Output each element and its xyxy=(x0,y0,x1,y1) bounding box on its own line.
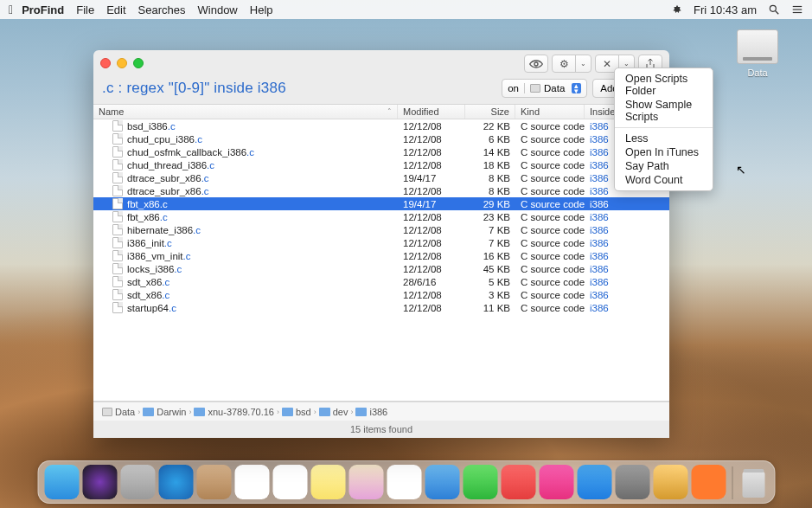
dock-music[interactable] xyxy=(539,465,573,499)
table-row[interactable]: chud_thread_i386.c12/12/0818 KBC source … xyxy=(93,158,669,171)
breadcrumb-label: i386 xyxy=(369,407,387,417)
file-kind: C source code xyxy=(515,199,585,209)
folder-icon xyxy=(355,408,367,416)
file-size: 5 KB xyxy=(465,277,515,287)
dock-launchpad[interactable] xyxy=(120,465,155,499)
dock-safari[interactable] xyxy=(158,465,193,499)
search-query[interactable]: .c : regex "[0-9]" inside i386 xyxy=(102,80,496,97)
col-name[interactable]: Name˄ xyxy=(93,105,398,119)
table-row[interactable]: sdt_x86.c12/12/083 KBC source codei386 xyxy=(93,288,669,301)
file-icon xyxy=(112,276,123,287)
profind-menubar-icon[interactable] xyxy=(670,3,683,16)
dock-calendar[interactable] xyxy=(234,465,269,499)
scope-selector[interactable]: on Data▴▾ xyxy=(502,79,587,98)
menu-searches[interactable]: Searches xyxy=(138,3,186,16)
control-center-icon[interactable] xyxy=(790,3,803,16)
dock-maps[interactable] xyxy=(348,465,383,499)
folder-icon xyxy=(194,408,205,416)
col-size[interactable]: Size xyxy=(465,105,515,119)
menu-edit[interactable]: Edit xyxy=(106,3,125,16)
breadcrumb-label: bsd xyxy=(296,407,311,417)
dock-appstore[interactable] xyxy=(577,465,611,499)
dock-binoculars[interactable] xyxy=(691,465,726,499)
dock-finder[interactable] xyxy=(44,465,79,499)
file-icon xyxy=(112,159,123,170)
dock-siri[interactable] xyxy=(82,465,117,499)
menu-say-path[interactable]: Say Path xyxy=(615,159,713,173)
table-row[interactable]: bsd_i386.c12/12/0822 KBC source codei386 xyxy=(93,119,669,132)
file-name: startup64.c xyxy=(127,303,176,313)
minimize-button[interactable] xyxy=(117,58,127,68)
breadcrumb-item[interactable]: Darwin xyxy=(143,407,186,417)
table-row[interactable]: sdt_x86.c28/6/165 KBC source codei386 xyxy=(93,275,669,288)
table-row[interactable]: i386_vm_init.c12/12/0816 KBC source code… xyxy=(93,249,669,262)
dock-contacts[interactable] xyxy=(196,465,231,499)
svg-point-0 xyxy=(770,5,776,11)
file-modified: 12/12/08 xyxy=(398,251,465,261)
breadcrumb-item[interactable]: xnu-3789.70.16 xyxy=(194,407,273,417)
file-icon xyxy=(112,133,123,145)
table-row[interactable]: hibernate_i386.c12/12/087 KBC source cod… xyxy=(93,223,669,236)
apple-menu-icon[interactable]:  xyxy=(9,3,13,16)
file-name: sdt_x86.c xyxy=(127,290,169,300)
menu-help[interactable]: Help xyxy=(250,3,273,16)
spotlight-icon[interactable] xyxy=(767,3,780,16)
file-icon xyxy=(112,120,123,132)
menu-word-count[interactable]: Word Count xyxy=(615,173,713,187)
dock-preferences[interactable] xyxy=(615,465,649,499)
dock-photos[interactable] xyxy=(387,465,421,499)
menu-open-in-itunes[interactable]: Open In iTunes xyxy=(615,145,713,159)
gear-button[interactable]: ⚙︎ xyxy=(552,55,576,73)
close-button[interactable] xyxy=(100,58,111,68)
file-modified: 28/6/16 xyxy=(398,277,465,287)
desktop-drive[interactable]: Data xyxy=(731,29,784,78)
table-row[interactable]: i386_init.c12/12/087 KBC source codei386 xyxy=(93,236,669,249)
menu-less[interactable]: Less xyxy=(615,132,713,145)
menu-open-scripts-folder[interactable]: Open Scripts Folder xyxy=(615,72,713,98)
col-modified[interactable]: Modified xyxy=(398,105,465,119)
table-row[interactable]: fbt_x86.c12/12/0823 KBC source codei386 xyxy=(93,210,669,223)
gear-dropdown[interactable]: ⌄ xyxy=(575,55,591,73)
dock-profind[interactable] xyxy=(653,465,687,499)
breadcrumb-item[interactable]: dev xyxy=(319,407,348,417)
menu-window[interactable]: Window xyxy=(198,3,238,16)
table-row[interactable]: dtrace_subr_x86.c19/4/178 KBC source cod… xyxy=(93,171,669,184)
breadcrumb-item[interactable]: i386 xyxy=(355,407,387,417)
chevron-right-icon: › xyxy=(189,408,191,416)
zoom-button[interactable] xyxy=(133,58,144,68)
status-bar: 15 items found xyxy=(93,421,669,438)
menu-show-sample-scripts[interactable]: Show Sample Scripts xyxy=(615,98,713,124)
table-row[interactable]: chud_osfmk_callback_i386.c12/12/0814 KBC… xyxy=(93,145,669,158)
file-modified: 12/12/08 xyxy=(398,225,465,235)
file-name: chud_cpu_i386.c xyxy=(127,134,202,145)
dock-trash[interactable] xyxy=(738,466,768,499)
file-modified: 12/12/08 xyxy=(398,160,465,170)
clock[interactable]: Fri 10:43 am xyxy=(694,3,757,16)
file-modified: 12/12/08 xyxy=(398,134,465,145)
scope-on-label: on xyxy=(502,83,525,93)
table-row[interactable]: startup64.c12/12/0811 KBC source codei38… xyxy=(93,301,669,314)
breadcrumb-item[interactable]: Data xyxy=(102,407,135,417)
file-name: bsd_i386.c xyxy=(127,121,176,132)
quicklook-button[interactable] xyxy=(524,55,548,73)
dock-messages[interactable] xyxy=(463,465,497,499)
titlebar[interactable]: ⚙︎ ⌄ ✕ ⌄ xyxy=(93,50,669,76)
folder-icon xyxy=(282,408,293,416)
dock-mail[interactable] xyxy=(425,465,459,499)
file-modified: 12/12/08 xyxy=(398,238,465,248)
file-inside: i386 xyxy=(585,212,669,222)
menu-file[interactable]: File xyxy=(76,3,94,16)
table-row[interactable]: fbt_x86.c19/4/1729 KBC source codei386 xyxy=(93,197,669,210)
dock-reminders[interactable] xyxy=(272,465,307,499)
app-name[interactable]: ProFind xyxy=(22,3,64,16)
breadcrumb-item[interactable]: bsd xyxy=(282,407,311,417)
scope-volume: Data xyxy=(544,83,565,93)
dock-news[interactable] xyxy=(501,465,535,499)
file-modified: 12/12/08 xyxy=(398,290,465,300)
dock-notes[interactable] xyxy=(310,465,345,499)
table-row[interactable]: locks_i386.c12/12/0845 KBC source codei3… xyxy=(93,262,669,275)
table-row[interactable]: dtrace_subr_x86.c12/12/088 KBC source co… xyxy=(93,184,669,197)
col-kind[interactable]: Kind xyxy=(515,105,585,119)
file-modified: 19/4/17 xyxy=(398,173,465,183)
table-row[interactable]: chud_cpu_i386.c12/12/086 KBC source code… xyxy=(93,132,669,145)
